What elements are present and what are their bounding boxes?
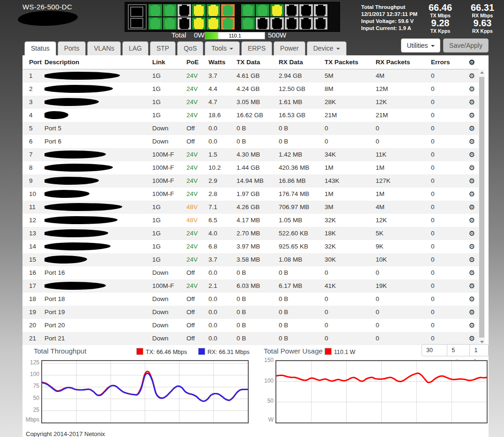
port-settings-gear-icon[interactable]: ⚙	[469, 98, 475, 106]
power-usage-value: 110.1	[205, 33, 265, 38]
port-indicator-shape	[165, 6, 175, 15]
port-indicator-shape	[272, 6, 282, 15]
port-settings-gear-icon[interactable]: ⚙	[469, 164, 475, 172]
tab-qos[interactable]: QoS	[177, 41, 203, 55]
column-settings-gear-icon[interactable]: ⚙	[469, 58, 475, 66]
port-settings-gear-icon[interactable]: ⚙	[469, 124, 475, 132]
port-settings-gear-icon[interactable]: ⚙	[469, 269, 475, 277]
cell-rx-data: 925.65 KB	[279, 240, 325, 253]
cell-watts: 7.1	[208, 201, 237, 214]
port-indicator	[256, 17, 269, 30]
redacted-description	[44, 98, 99, 106]
y-axis-tick: 150	[257, 357, 274, 363]
tx-legend-label: TX: 66.46 Mbps	[146, 349, 187, 355]
throughput-chart	[41, 360, 249, 423]
y-axis-tick: 50	[22, 395, 39, 401]
tab-power[interactable]: Power	[274, 41, 305, 55]
port-settings-gear-icon[interactable]: ⚙	[469, 177, 475, 185]
cell-watts: 0.0	[208, 135, 237, 148]
range-1hr-button[interactable]: 1 hr	[470, 344, 489, 356]
cell-poe: 24V	[186, 109, 208, 122]
col-rx-packets: RX Packets	[376, 55, 431, 69]
port-indicator-shape	[302, 14, 310, 16]
cell-tx-data: 4.17 MB	[237, 214, 279, 227]
cell-rx-data: 12.50 GB	[279, 83, 325, 96]
cell-rx-data: 0 B	[279, 135, 325, 148]
cell-link: 100M-F	[152, 174, 186, 188]
port-indicator	[192, 17, 206, 30]
port-settings-gear-icon[interactable]: ⚙	[469, 72, 475, 80]
port-indicator-shape	[289, 5, 294, 7]
tab-status[interactable]: Status	[24, 41, 56, 56]
cell-tx-data: 0 B	[237, 306, 279, 319]
cell-settings: ⚙	[465, 306, 479, 319]
cell-rx-packets: 127K	[376, 174, 431, 188]
port-settings-gear-icon[interactable]: ⚙	[469, 137, 475, 145]
utilities-button[interactable]: Utilities	[401, 38, 440, 53]
tab-stp[interactable]: STP	[150, 41, 176, 55]
port-settings-gear-icon[interactable]: ⚙	[469, 308, 475, 316]
port-settings-gear-icon[interactable]: ⚙	[469, 190, 475, 198]
range-30sec-button[interactable]: 30 sec	[422, 344, 447, 356]
cell-tx-packets: 0	[325, 319, 376, 332]
tx-mbps-block: 66.46 TX Mbps 9.28 TX Kpps	[424, 3, 457, 34]
port-indicator-shape	[167, 18, 172, 20]
range-5min-button[interactable]: 5 min	[447, 344, 470, 356]
cell-link: 100M-F	[152, 188, 186, 201]
port-settings-gear-icon[interactable]: ⚙	[469, 334, 475, 342]
scrollbar-thumb[interactable]	[479, 77, 484, 338]
stats-datetime: 12/1/2017 12:37:11 PM	[361, 11, 417, 18]
save-apply-button[interactable]: Save/Apply	[443, 38, 489, 53]
table-scrollbar[interactable]	[479, 69, 485, 345]
cell-description	[44, 161, 152, 174]
port-settings-gear-icon[interactable]: ⚙	[469, 229, 475, 237]
cell-errors: 0	[431, 306, 465, 319]
port-indicator-shape	[225, 18, 230, 20]
port-settings-gear-icon[interactable]: ⚙	[469, 321, 475, 329]
tab-ports[interactable]: Ports	[58, 41, 86, 55]
port-indicator-shape	[166, 14, 174, 16]
cell-tx-packets: 0	[325, 293, 376, 306]
copyright-text: Copyright 2014-2017 Netonix	[26, 430, 105, 437]
cell-link: 1G	[152, 214, 186, 227]
cell-errors: 0	[431, 148, 465, 161]
table-row: 111G48V7.14.26 GB706.97 MB3M4M0⚙	[22, 201, 479, 214]
cell-watts: 2.8	[208, 188, 237, 201]
port-settings-gear-icon[interactable]: ⚙	[469, 151, 475, 158]
cell-description	[44, 279, 152, 293]
port-settings-gear-icon[interactable]: ⚙	[469, 216, 475, 224]
port-settings-gear-icon[interactable]: ⚙	[469, 242, 475, 250]
port-indicator-shape	[288, 27, 296, 29]
port-settings-gear-icon[interactable]: ⚙	[469, 295, 475, 303]
throughput-unit-label: Mbps	[22, 416, 39, 423]
cell-watts: 4.7	[208, 96, 237, 109]
port-settings-gear-icon[interactable]: ⚙	[469, 282, 475, 290]
table-row: 9100M-F24V2.914.94 MB16.86 MB143K127K0⚙	[22, 174, 479, 188]
cell-port: 11	[22, 201, 44, 214]
tab-device[interactable]: Device	[307, 41, 347, 55]
cell-tx-packets: 21M	[325, 109, 376, 122]
port-settings-gear-icon[interactable]: ⚙	[469, 85, 475, 93]
y-axis-tick: 50	[257, 398, 274, 404]
tab-lag[interactable]: LAG	[122, 41, 148, 55]
time-range-selector: 30 sec 5 min 1 hr	[422, 344, 489, 356]
cell-settings: ⚙	[465, 279, 479, 293]
y-axis-tick: 25	[22, 407, 39, 413]
scrollbar-up-button[interactable]	[479, 69, 485, 75]
port-indicator	[148, 4, 162, 16]
cell-description	[44, 174, 152, 188]
power-max-label: 500W	[268, 31, 286, 39]
tab-erps[interactable]: ERPS	[241, 41, 272, 55]
tab-vlans[interactable]: VLANs	[87, 41, 121, 55]
port-indicator-shape	[208, 19, 218, 28]
switch-port-graphic	[125, 2, 340, 32]
port-settings-gear-icon[interactable]: ⚙	[469, 256, 475, 264]
cell-tx-packets: 5M	[325, 69, 376, 83]
cell-poe: Off	[186, 266, 208, 279]
cell-description: Port 5	[44, 122, 152, 135]
tab-tools[interactable]: Tools	[205, 41, 240, 55]
power-chart-title[interactable]: Total Power Usage	[264, 347, 329, 355]
port-settings-gear-icon[interactable]: ⚙	[469, 203, 475, 211]
redacted-description	[44, 190, 89, 198]
port-settings-gear-icon[interactable]: ⚙	[469, 111, 475, 119]
